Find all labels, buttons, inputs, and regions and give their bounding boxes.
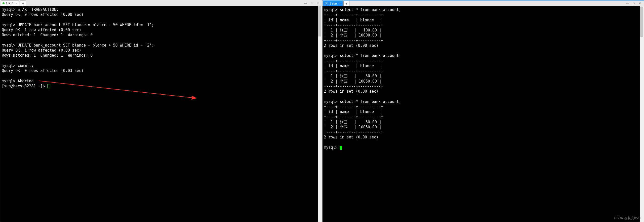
left-tab[interactable]: 1 sun ×	[1, 1, 19, 6]
maximize-button[interactable]: □	[309, 1, 315, 5]
left-tab-label: 1 sun	[6, 2, 13, 5]
left-pane: 1 sun × + — □ ✕ mysql> START TRANSACTION…	[0, 0, 322, 222]
right-scrollbar[interactable]	[640, 6, 644, 222]
scrollbar-thumb[interactable]	[318, 6, 321, 36]
right-tabbar: i 1 sun × + — □ ✕	[323, 1, 644, 6]
close-icon[interactable]: ×	[15, 2, 17, 5]
info-icon: i	[325, 2, 328, 5]
minimize-button[interactable]: —	[303, 1, 309, 5]
new-tab-button[interactable]: +	[20, 1, 26, 6]
new-tab-button[interactable]: +	[343, 1, 349, 6]
right-pane: i 1 sun × + — □ ✕ mysql> select * from b…	[322, 0, 644, 222]
right-tab[interactable]: i 1 sun ×	[323, 1, 343, 6]
close-window-button[interactable]: ✕	[315, 1, 321, 5]
left-scrollbar[interactable]	[318, 6, 322, 222]
close-icon[interactable]: ×	[339, 2, 341, 5]
left-tabbar: 1 sun × + — □ ✕	[0, 0, 322, 6]
scrollbar-thumb[interactable]	[640, 7, 643, 37]
maximize-button[interactable]: □	[631, 1, 637, 5]
right-tab-label: 1 sun	[330, 2, 337, 5]
left-terminal[interactable]: mysql> START TRANSACTION; Query OK, 0 ro…	[0, 6, 322, 222]
status-dot-icon	[3, 2, 5, 4]
close-window-button[interactable]: ✕	[637, 1, 643, 5]
right-terminal[interactable]: mysql> select * from bank_account; +----…	[323, 6, 644, 222]
minimize-button[interactable]: —	[625, 1, 631, 5]
